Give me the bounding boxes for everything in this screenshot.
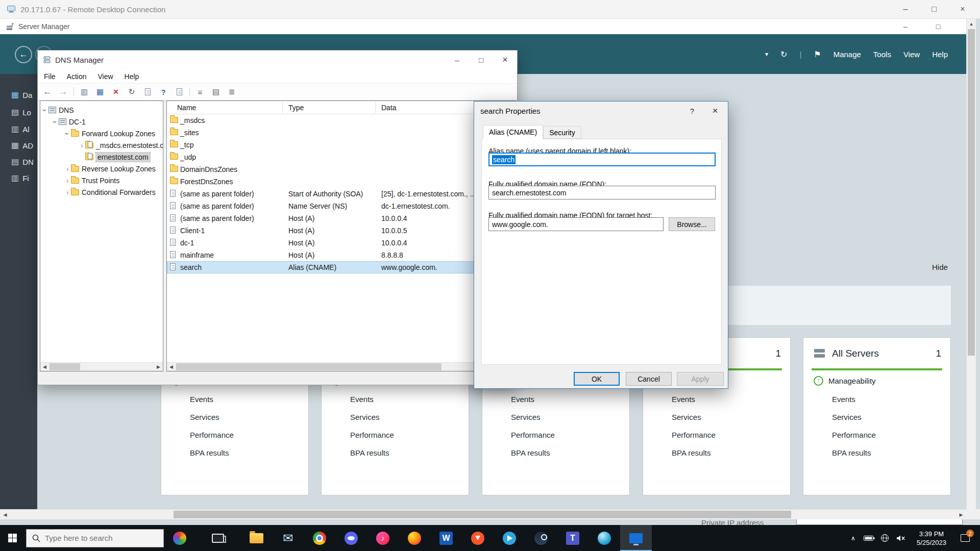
sidebar-item-all-servers[interactable]: ▥Al bbox=[0, 121, 37, 137]
target-host-input[interactable]: www.google.com. bbox=[488, 217, 664, 231]
new-record-icon[interactable] bbox=[174, 86, 185, 97]
table-row[interactable]: _udp bbox=[167, 151, 516, 163]
table-row[interactable]: mainframeHost (A)8.8.8.8 bbox=[167, 249, 516, 261]
link-performance[interactable]: Performance bbox=[350, 426, 394, 444]
firefox-button[interactable] bbox=[399, 525, 430, 551]
action-center-button[interactable]: 2 bbox=[954, 525, 976, 551]
remote-desktop-button[interactable] bbox=[620, 525, 652, 551]
expanded-arrow-icon[interactable]: › bbox=[63, 130, 71, 137]
link-services[interactable]: Services bbox=[832, 408, 876, 426]
battery-icon[interactable] bbox=[861, 525, 877, 551]
expanded-arrow-icon[interactable]: › bbox=[51, 118, 59, 126]
scroll-thumb[interactable] bbox=[50, 363, 80, 370]
menu-view[interactable]: View bbox=[903, 50, 920, 59]
table-row[interactable]: DomainDnsZones bbox=[167, 163, 516, 176]
steam-button[interactable] bbox=[525, 525, 557, 551]
expanded-arrow-icon[interactable]: › bbox=[41, 107, 49, 114]
task-view-button[interactable] bbox=[195, 525, 240, 551]
tree-item-ernestotest-zone[interactable]: ernestotest.com bbox=[40, 151, 163, 163]
table-row[interactable]: ForestDnsZones bbox=[167, 176, 516, 188]
scroll-right-icon[interactable]: ▶ bbox=[154, 363, 163, 371]
network-icon[interactable] bbox=[877, 525, 893, 551]
tree-item-forward-lookup-zones[interactable]: ›Forward Lookup Zones bbox=[40, 128, 163, 139]
link-events[interactable]: Events bbox=[672, 390, 716, 408]
link-bpa-results[interactable]: BPA results bbox=[190, 444, 234, 462]
fqdn-input[interactable]: search.ernestotest.com bbox=[488, 186, 716, 199]
table-row[interactable]: Client-1Host (A)10.0.0.5 bbox=[167, 224, 516, 237]
link-bpa-results[interactable]: BPA results bbox=[350, 444, 394, 462]
link-performance[interactable]: Performance bbox=[672, 426, 716, 444]
table-row[interactable]: dc-1Host (A)10.0.0.4 bbox=[167, 237, 516, 249]
scroll-thumb[interactable] bbox=[174, 511, 791, 518]
menu-action[interactable]: Action bbox=[67, 72, 87, 81]
scroll-right-icon[interactable]: ▶ bbox=[956, 510, 966, 519]
menu-help[interactable]: Help bbox=[932, 50, 948, 59]
tree-item-dns[interactable]: ›DNS bbox=[40, 104, 163, 116]
column-divider[interactable] bbox=[282, 102, 283, 113]
link-bpa-results[interactable]: BPA results bbox=[672, 444, 716, 462]
table-row-selected[interactable]: searchAlias (CNAME)www.google.com. bbox=[167, 261, 516, 273]
help-icon[interactable]: ? bbox=[158, 86, 169, 97]
link-bpa-results[interactable]: BPA results bbox=[511, 444, 555, 462]
collapsed-arrow-icon[interactable]: › bbox=[64, 165, 71, 173]
taskbar-clock[interactable]: 3:39 PM 5/25/2023 bbox=[909, 530, 954, 547]
menu-manage[interactable]: Manage bbox=[834, 50, 861, 59]
back-button[interactable]: ← bbox=[15, 46, 32, 63]
chrome-button[interactable] bbox=[304, 525, 335, 551]
start-button[interactable] bbox=[0, 525, 24, 551]
scroll-left-icon[interactable]: ◀ bbox=[40, 363, 49, 371]
cancel-button[interactable]: Cancel bbox=[626, 372, 672, 386]
scroll-thumb[interactable] bbox=[176, 363, 442, 370]
link-events[interactable]: Events bbox=[832, 390, 876, 408]
maximize-button[interactable]: □ bbox=[925, 19, 951, 34]
search-highlights-button[interactable] bbox=[164, 525, 195, 551]
delete-icon[interactable]: × bbox=[110, 86, 121, 97]
minimize-button[interactable]: – bbox=[893, 19, 918, 34]
link-services[interactable]: Services bbox=[511, 408, 555, 426]
maximize-button[interactable]: □ bbox=[469, 51, 493, 69]
dns-titlebar[interactable]: DNS Manager – □ × bbox=[38, 51, 517, 69]
scroll-thumb[interactable] bbox=[968, 29, 975, 356]
horizontal-scrollbar[interactable]: ◀ ▶ bbox=[0, 509, 966, 519]
sidebar-item-dashboard[interactable]: ▦Da bbox=[0, 87, 37, 103]
tree-item-trust-points[interactable]: ›Trust Points bbox=[40, 174, 163, 186]
sidebar-item-file-storage[interactable]: ▥Fi bbox=[0, 170, 37, 186]
menu-help[interactable]: Help bbox=[125, 72, 139, 81]
sidebar-item-dns[interactable]: ▤DN bbox=[0, 154, 37, 170]
tile-title-all-servers[interactable]: All Servers bbox=[832, 348, 879, 359]
show-hide-console-tree-icon[interactable]: ▥ bbox=[79, 86, 90, 97]
maximize-button[interactable]: □ bbox=[920, 0, 948, 18]
collapsed-arrow-icon[interactable]: › bbox=[64, 177, 71, 185]
column-divider[interactable] bbox=[375, 102, 376, 113]
list-detail-icon[interactable]: ▤ bbox=[210, 86, 222, 97]
apply-button[interactable]: Apply bbox=[677, 372, 724, 386]
link-performance[interactable]: Performance bbox=[832, 426, 876, 444]
scroll-left-icon[interactable]: ◀ bbox=[0, 510, 10, 519]
word-button[interactable]: W bbox=[430, 525, 462, 551]
teams-button[interactable]: T bbox=[557, 525, 589, 551]
link-services[interactable]: Services bbox=[350, 408, 394, 426]
telegram-button[interactable] bbox=[494, 525, 525, 551]
column-type[interactable]: Type bbox=[288, 101, 304, 114]
tab-alias-cname[interactable]: Alias (CNAME) bbox=[483, 125, 543, 139]
scroll-up-icon[interactable]: ▲ bbox=[967, 19, 976, 29]
table-row[interactable]: _msdcs bbox=[167, 114, 516, 127]
ok-button[interactable]: OK bbox=[574, 372, 620, 386]
volume-muted-icon[interactable] bbox=[893, 525, 909, 551]
tab-security[interactable]: Security bbox=[543, 126, 581, 139]
chevron-down-icon[interactable]: ▾ bbox=[765, 51, 768, 58]
sidebar-item-local-server[interactable]: ▤Lo bbox=[0, 104, 37, 120]
link-events[interactable]: Events bbox=[350, 390, 394, 408]
link-events[interactable]: Events bbox=[190, 390, 234, 408]
collapsed-arrow-icon[interactable]: › bbox=[64, 188, 71, 196]
menu-view[interactable]: View bbox=[97, 72, 113, 81]
close-button[interactable]: × bbox=[948, 0, 977, 18]
table-row[interactable]: (same as parent folder)Start of Authorit… bbox=[167, 188, 516, 200]
minimize-button[interactable]: – bbox=[445, 51, 469, 69]
export-list-icon[interactable] bbox=[142, 86, 153, 97]
edge-button[interactable] bbox=[589, 525, 620, 551]
table-row[interactable]: (same as parent folder)Name Server (NS)d… bbox=[167, 200, 516, 212]
music-button[interactable]: ♪ bbox=[367, 525, 399, 551]
tree-item-conditional-forwarders[interactable]: ›Conditional Forwarders bbox=[40, 186, 163, 198]
minimize-button[interactable]: – bbox=[891, 0, 920, 18]
